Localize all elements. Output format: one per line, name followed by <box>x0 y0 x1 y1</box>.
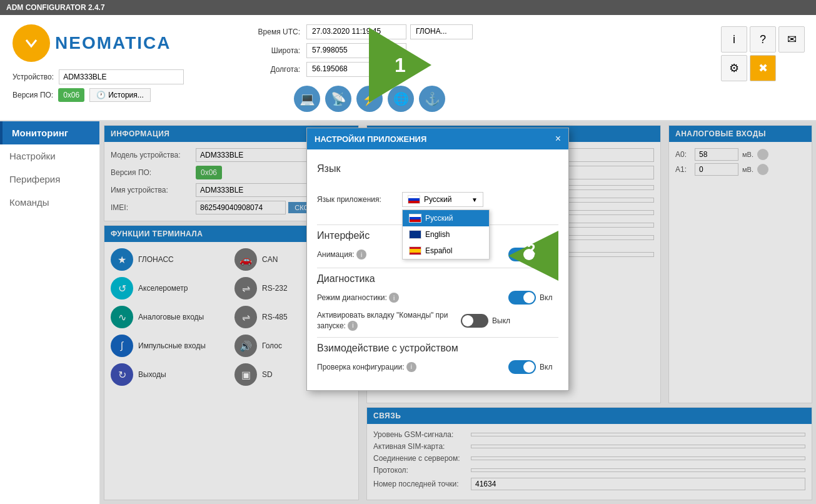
dropdown-chevron-icon: ▼ <box>471 196 478 203</box>
diag-cmd-toggle-label: Выкл <box>492 316 511 325</box>
logo-area: NEOMATICA Устройство: Версия ПО: 0x06 🕐 … <box>0 15 231 120</box>
animation-toggle-thumb <box>523 249 535 260</box>
config-check-toggle-track[interactable] <box>508 360 536 374</box>
flag-en-dropdown-icon <box>409 230 421 239</box>
config-check-label: Проверка конфигурации: i <box>317 362 502 372</box>
titlebar: ADM CONFIGURATOR 2.4.7 <box>0 0 816 15</box>
lon-label: Долгота: <box>244 65 300 74</box>
lang-option-ru[interactable]: Русский <box>403 210 489 226</box>
lang-setting-row: Язык приложения: Русский ▼ Русский <box>317 181 558 218</box>
info-icon: i <box>733 33 735 46</box>
modal-close-button[interactable]: × <box>555 133 561 144</box>
info-button[interactable]: i <box>721 26 747 53</box>
diag-cmd-toggle-track[interactable] <box>461 314 488 328</box>
sidebar-item-settings[interactable]: Настройки <box>0 144 99 168</box>
lang-dropdown: Русский English Español <box>402 209 490 260</box>
flag-ru-icon <box>408 195 420 204</box>
config-check-toggle: Вкл <box>508 360 558 374</box>
animation-info-icon[interactable]: i <box>356 249 366 260</box>
time-row: Время UTC: 27.03.2020 11:19:45 ГЛОНА... <box>244 24 697 39</box>
diag-cmd-toggle-thumb <box>462 315 473 326</box>
lang-select-container: Русский ▼ Русский English <box>402 192 483 207</box>
action-btn-monitor[interactable]: 💻 <box>294 86 320 112</box>
lang-section-title: Язык <box>317 163 558 174</box>
diag-mode-toggle-label: Вкл <box>540 293 558 302</box>
lang-es-label: Español <box>425 246 452 255</box>
diag-cmd-info-icon[interactable]: i <box>348 321 358 331</box>
device-input[interactable] <box>59 69 184 84</box>
header: NEOMATICA Устройство: Версия ПО: 0x06 🕐 … <box>0 15 816 121</box>
diag-mode-toggle-track[interactable] <box>508 291 536 305</box>
neomatica-logo-svg <box>19 31 44 56</box>
flag-es-dropdown-icon <box>409 246 421 255</box>
lon-row: Долгота: 56.195068 <box>244 62 697 77</box>
arrow-indicator: 1 <box>344 28 456 103</box>
history-button[interactable]: 🕐 История... <box>89 88 151 102</box>
settings-modal: НАСТРОЙКИ ПРИЛОЖЕНИЯ × Язык Язык приложе… <box>306 128 569 391</box>
arrow2-indicator: 2 <box>508 231 571 268</box>
modal-title: НАСТРОЙКИ ПРИЛОЖЕНИЯ <box>315 134 426 144</box>
device-section-title: Взимодействие с устройством <box>317 343 558 354</box>
divider-3 <box>317 337 558 338</box>
toolbar: i ? ✉ ⚙ ✖ <box>710 15 816 120</box>
modal-header: НАСТРОЙКИ ПРИЛОЖЕНИЯ × <box>307 128 568 149</box>
diag-cmd-row: Активировать вкладку "Команды" при запус… <box>317 311 558 331</box>
settings-button[interactable]: ⚙ <box>721 55 747 81</box>
logo-text: NEOMATICA <box>55 33 171 53</box>
mail-button[interactable]: ✉ <box>778 26 805 53</box>
bluetooth-icon: ✖ <box>758 61 768 75</box>
diag-mode-row: Режим диагностики: i Вкл <box>317 291 558 305</box>
config-check-toggle-thumb <box>523 361 535 373</box>
lang-app-label: Язык приложения: <box>317 195 396 204</box>
app-title: ADM CONFIGURATOR 2.4.7 <box>6 3 105 12</box>
lang-selected-text: Русский <box>424 195 452 204</box>
diag-mode-label: Режим диагностики: i <box>317 293 502 303</box>
main-content: Мониторинг Настройки Периферия Команды И… <box>0 121 816 504</box>
help-button[interactable]: ? <box>750 26 776 53</box>
diag-mode-toggle: Вкл <box>508 291 558 305</box>
bluetooth-button[interactable]: ✖ <box>750 55 776 81</box>
modal-body: Язык Язык приложения: Русский ▼ <box>307 149 568 390</box>
toolbar-grid: i ? ✉ ⚙ ✖ <box>716 21 810 86</box>
logo: NEOMATICA <box>13 24 219 62</box>
arrow-right-shape <box>369 28 431 103</box>
center-info: Время UTC: 27.03.2020 11:19:45 ГЛОНА... … <box>231 15 710 120</box>
diag-mode-toggle-thumb <box>523 292 535 303</box>
flag-ru-dropdown-icon <box>409 214 421 223</box>
fw-row: Версия ПО: 0x06 🕐 История... <box>13 88 219 102</box>
mail-icon: ✉ <box>787 33 797 46</box>
diag-cmd-toggle: Выкл <box>461 314 511 328</box>
sidebar-item-monitoring[interactable]: Мониторинг <box>0 121 99 144</box>
time-label: Время UTC: <box>244 28 300 36</box>
gear-icon: ⚙ <box>729 61 739 75</box>
config-check-toggle-label: Вкл <box>540 363 558 371</box>
lang-en-label: English <box>425 230 450 239</box>
sidebar-item-periphery[interactable]: Периферия <box>0 168 99 191</box>
lang-select-trigger[interactable]: Русский ▼ <box>402 192 483 207</box>
diag-cmd-label: Активировать вкладку "Команды" при запус… <box>317 311 455 331</box>
lat-row: Широта: 57.998055 <box>244 43 697 58</box>
history-icon: 🕐 <box>96 91 106 99</box>
lat-label: Широта: <box>244 46 300 55</box>
fw-label: Версия ПО: <box>13 91 53 99</box>
logo-icon <box>13 24 50 62</box>
help-icon: ? <box>760 33 766 46</box>
fw-badge: 0x06 <box>58 88 84 102</box>
diag-mode-info-icon[interactable]: i <box>389 293 399 303</box>
lang-option-es[interactable]: Español <box>403 243 489 259</box>
content-area: ИНФОРМАЦИЯ Модель устройства: ADM333BLE … <box>100 121 816 504</box>
lang-option-en[interactable]: English <box>403 226 489 243</box>
lang-ru-label: Русский <box>425 214 453 223</box>
sidebar: Мониторинг Настройки Периферия Команды <box>0 121 100 504</box>
config-check-row: Проверка конфигурации: i Вкл <box>317 360 558 374</box>
sidebar-item-commands[interactable]: Команды <box>0 191 99 214</box>
device-row: Устройство: <box>13 69 219 84</box>
config-check-info-icon[interactable]: i <box>406 362 416 372</box>
device-label: Устройство: <box>13 73 54 81</box>
